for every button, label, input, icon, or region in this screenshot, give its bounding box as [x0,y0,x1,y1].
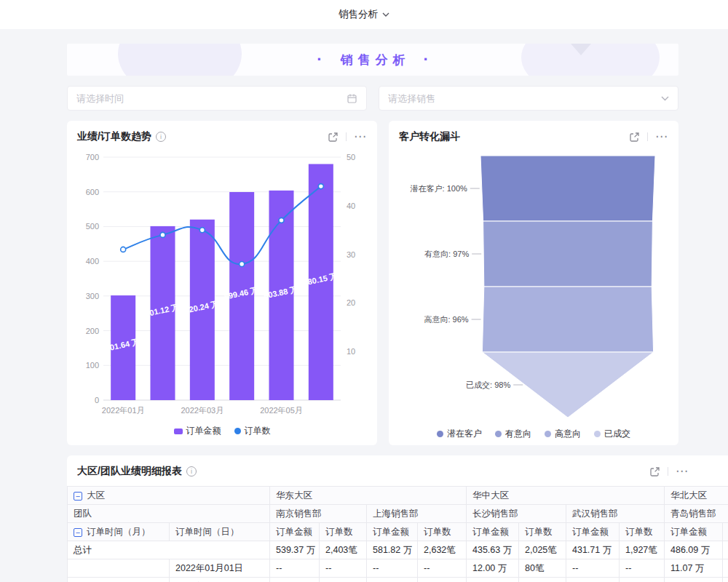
time-range-picker[interactable] [67,86,367,111]
pivot-header-cell: 订单金额 [270,523,320,541]
legend-item[interactable]: 已成交 [594,428,630,440]
legend-item[interactable]: 高意向 [545,428,581,440]
banner-decoration-left [118,44,242,76]
pivot-data-row: 总计539.37 万2,403笔581.82 万2,632笔435.63 万2,… [68,541,728,559]
legend-item[interactable]: 有意向 [495,428,531,440]
trend-card-header: 业绩/订单数趋势 i ⋯ [67,121,377,147]
cell-text: 华中大区 [472,490,509,501]
sales-select-input[interactable] [388,93,661,104]
cell-text: -- [325,563,331,573]
pivot-header-cell: 订单金额 [367,523,418,541]
legend-marker [437,431,443,437]
pivot-data-cell: 486.09 万 [665,541,723,559]
pivot-data-cell: 90笔 [519,578,566,582]
svg-text:已成交: 98%: 已成交: 98% [466,380,510,389]
pivot-data-cell: -- [320,559,367,578]
cell-text: 订单金额 [670,527,707,537]
cell-text: 581.82 万 [373,545,412,555]
sales-select[interactable] [379,86,678,111]
pivot-data-cell [68,578,170,582]
legend-marker [495,431,502,437]
pivot-data-cell: -- [320,578,367,582]
collapse-icon[interactable]: − [74,528,82,537]
cell-text: -- [373,563,379,573]
legend-marker [174,428,183,434]
cell-text: 订单金额 [572,527,609,537]
pivot-header-cell: 订单数 [519,523,566,541]
export-icon[interactable] [629,132,640,143]
pivot-data-cell: 2,025笔 [519,541,566,559]
export-icon[interactable] [649,466,660,477]
info-icon[interactable]: i [186,466,197,477]
line-point [199,228,205,233]
more-icon[interactable]: ⋯ [655,134,668,140]
cell-text: 武汉销售部 [572,509,618,519]
pivot-data-cell: 581.82 万 [367,541,418,559]
pivot-data-cell [723,578,728,582]
info-icon[interactable]: i [156,132,166,142]
pivot-data-cell: -- [418,578,467,582]
funnel-title-text: 客户转化漏斗 [399,130,460,143]
pivot-data-cell: -- [620,578,665,582]
pivot-data-cell: 1,927笔 [620,541,665,559]
pivot-data-cell: -- [418,559,467,578]
pivot-header-cell: 华北大区 [665,487,728,505]
trend-card: 业绩/订单数趋势 i ⋯ 010020030040050060070010203… [67,121,377,445]
page-title-dropdown[interactable]: 销售分析 [339,8,389,21]
cell-text: 80笔 [525,563,544,573]
charts-row: 业绩/订单数趋势 i ⋯ 010020030040050060070010203… [67,121,678,445]
pivot-data-cell: -- [367,578,418,582]
pivot-header-cell: 订单数 [320,523,367,541]
pivot-data-cell [68,559,170,578]
legend-item[interactable]: 订单金额 [174,425,221,437]
more-icon[interactable]: ⋯ [354,134,367,140]
trend-chart-area: 010020030040050060070010203040502022年01月… [67,147,377,437]
funnel-segment[interactable] [483,221,653,287]
pivot-data-cell: 总计 [68,541,270,559]
chevron-down-icon [661,96,669,101]
pivot-header-cell: 南京销售部 [270,505,367,523]
funnel-card-title: 客户转化漏斗 [399,130,460,143]
legend-label: 订单数 [245,425,271,437]
calendar-icon [347,93,357,104]
trend-chart: 010020030040050060070010203040502022年01月… [79,147,365,418]
pivot-data-cell: 539.37 万 [270,541,320,559]
funnel-legend: 潜在客户有意向高意向已成交 [400,428,667,440]
funnel-segment[interactable] [480,156,655,221]
trend-legend: 订单金额订单数 [79,425,365,437]
banner: · 销售分析 · [67,44,678,76]
export-icon[interactable] [328,132,339,143]
pivot-header-cell: 华东大区 [270,487,467,505]
svg-text:300: 300 [86,292,99,300]
legend-marker [545,431,551,437]
divider [647,132,648,141]
funnel-chart: 潜在客户: 100%有意向: 97%高意向: 96%已成交: 98% [400,147,667,420]
pivot-data-cell: -- [367,559,418,578]
pivot-header-cell: 订单数 [418,523,467,541]
time-range-input[interactable] [76,93,347,104]
svg-text:潜在客户: 100%: 潜在客户: 100% [411,184,467,193]
pivot-data-cell: 12.00 万 [467,559,519,578]
pivot-header-row: −大区华东大区华中大区华北大区 [68,487,728,505]
funnel-card: 客户转化漏斗 ⋯ 潜在客户: 100%有意向: 97%高意向: 96%已成交: … [389,121,678,445]
pivot-header-cell: 订单金额 [566,523,620,541]
legend-item[interactable]: 订单数 [234,425,271,437]
cell-text: 431.71 万 [572,545,612,555]
legend-item[interactable]: 潜在客户 [437,428,482,440]
svg-text:600: 600 [86,188,99,196]
pivot-data-cell: 2,403笔 [320,541,367,559]
line-point [318,184,323,189]
line-point [279,218,284,223]
pivot-data-cell: -- [566,578,620,582]
funnel-segment[interactable] [482,287,653,352]
more-icon[interactable]: ⋯ [676,469,689,474]
collapse-icon[interactable]: − [74,492,82,501]
svg-text:30: 30 [347,250,355,259]
pivot-data-cell: -- [665,578,723,582]
pivot-data-cell: -- [566,559,620,578]
cell-text: 订单数 [525,527,553,537]
pivot-data-cell [723,541,728,559]
legend-label: 潜在客户 [447,428,482,440]
cell-text: 订单金额 [373,527,409,537]
page-title: 销售分析 [339,8,378,21]
